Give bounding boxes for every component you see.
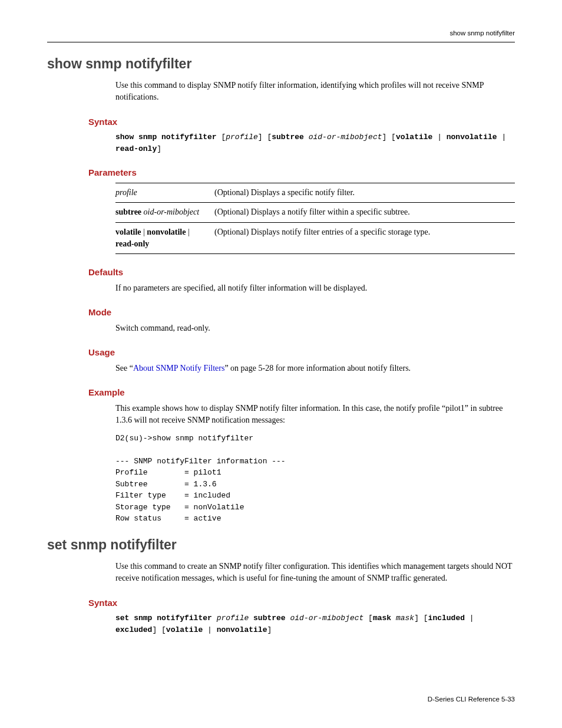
param-name: volatile | nonvolatile | read-only <box>115 222 214 254</box>
section-intro: Use this command to create an SNMP notif… <box>115 561 515 585</box>
param-desc: (Optional) Displays a notify filter with… <box>214 203 515 222</box>
table-row: volatile | nonvolatile | read-only (Opti… <box>115 222 515 254</box>
param-desc: (Optional) Displays a specific notify fi… <box>214 183 515 203</box>
example-text: This example shows how to display SNMP n… <box>115 403 515 427</box>
syntax-block: set snmp notifyfilter profile subtree oi… <box>115 612 515 635</box>
section-title: show snmp notifyfilter <box>47 54 515 74</box>
heading-example: Example <box>88 386 515 399</box>
documentation-page: show snmp notifyfilter show snmp notifyf… <box>0 0 562 728</box>
heading-defaults: Defaults <box>88 266 515 279</box>
syntax-block: show snmp notifyfilter [profile] [subtre… <box>115 131 515 154</box>
heading-syntax: Syntax <box>88 597 515 610</box>
section-intro: Use this command to display SNMP notify … <box>115 80 515 104</box>
heading-syntax: Syntax <box>88 116 515 129</box>
cross-reference-link[interactable]: About SNMP Notify Filters <box>133 364 224 373</box>
page-footer: D-Series CLI Reference 5-33 <box>428 694 515 704</box>
usage-suffix: ” on page 5-28 for more information abou… <box>224 364 411 373</box>
heading-parameters: Parameters <box>88 166 515 179</box>
param-name: profile <box>115 183 214 203</box>
param-desc: (Optional) Displays notify filter entrie… <box>214 222 515 254</box>
mode-text: Switch command, read-only. <box>115 322 515 334</box>
example-output: D2(su)->show snmp notifyfilter --- SNMP … <box>115 433 515 525</box>
parameters-table: profile (Optional) Displays a specific n… <box>115 183 515 254</box>
table-row: subtree oid-or-mibobject (Optional) Disp… <box>115 203 515 222</box>
header-rule <box>47 42 515 42</box>
table-row: profile (Optional) Displays a specific n… <box>115 183 515 203</box>
section-title: set snmp notifyfilter <box>47 535 515 555</box>
running-header: show snmp notifyfilter <box>47 28 515 38</box>
heading-usage: Usage <box>88 346 515 359</box>
usage-prefix: See “ <box>115 364 133 373</box>
section-body: Use this command to create an SNMP notif… <box>115 561 515 635</box>
heading-mode: Mode <box>88 306 515 319</box>
section-body: Use this command to display SNMP notify … <box>115 80 515 525</box>
param-name: subtree oid-or-mibobject <box>115 203 214 222</box>
usage-text: See “About SNMP Notify Filters” on page … <box>115 363 515 374</box>
defaults-text: If no parameters are specified, all noti… <box>115 282 515 294</box>
